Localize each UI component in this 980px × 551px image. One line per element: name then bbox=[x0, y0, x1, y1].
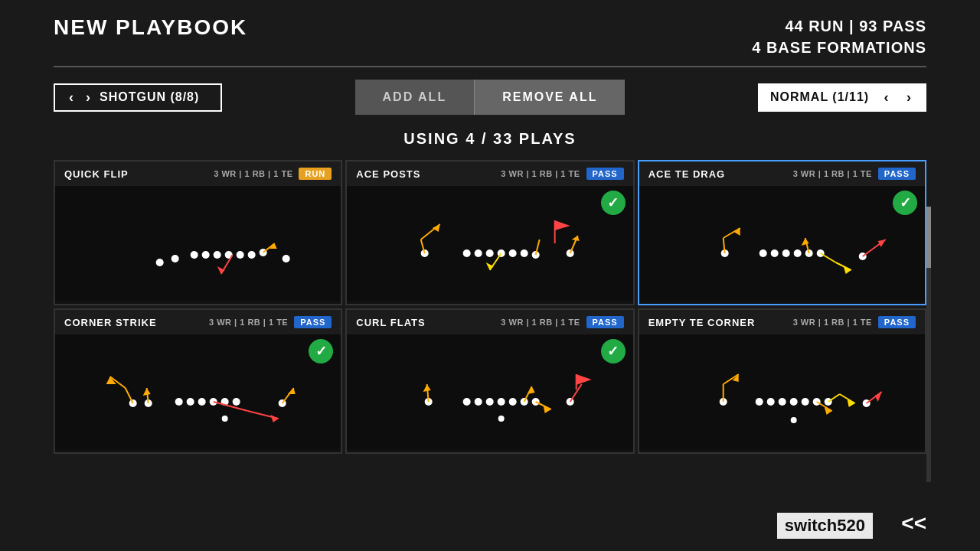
svg-point-5 bbox=[248, 251, 256, 259]
svg-point-72 bbox=[475, 398, 482, 406]
play-card-header: QUICK FLIP 3 WR | 1 RB | 1 TE RUN bbox=[55, 161, 341, 186]
play-card-header: ACE TE DRAG 3 WR | 1 RB | 1 TE PASS bbox=[639, 161, 925, 186]
back-button[interactable]: << bbox=[901, 511, 926, 536]
svg-point-93 bbox=[789, 398, 797, 406]
svg-point-36 bbox=[793, 249, 801, 257]
svg-point-7 bbox=[172, 255, 179, 262]
play-card-header: EMPTY TE CORNER 3 WR | 1 RB | 1 TE PASS bbox=[639, 310, 925, 334]
formation-left-label: SHOTGUN (8/8) bbox=[100, 90, 199, 104]
svg-point-53 bbox=[198, 398, 206, 406]
play-card-header: CORNER STRIKE 3 WR | 1 RB | 1 TE PASS bbox=[55, 310, 341, 334]
svg-point-71 bbox=[463, 398, 471, 406]
play-info: 3 WR | 1 RB | 1 TE RUN bbox=[214, 168, 332, 180]
play-formation-info: 3 WR | 1 RB | 1 TE bbox=[793, 169, 872, 178]
svg-point-73 bbox=[486, 398, 494, 406]
formation-right-label: NORMAL (1/11) bbox=[770, 90, 869, 104]
play-formation-info: 3 WR | 1 RB | 1 TE bbox=[793, 318, 872, 327]
play-formation-info: 3 WR | 1 RB | 1 TE bbox=[501, 169, 580, 178]
svg-line-103 bbox=[828, 394, 839, 402]
svg-point-94 bbox=[801, 398, 808, 406]
svg-point-51 bbox=[175, 398, 183, 406]
svg-line-48 bbox=[820, 253, 835, 262]
svg-point-8 bbox=[156, 259, 164, 266]
svg-marker-32 bbox=[486, 262, 494, 270]
play-name: ACE POSTS bbox=[356, 168, 420, 180]
formation-prev-button[interactable]: ‹ bbox=[66, 90, 77, 106]
svg-point-1 bbox=[202, 251, 210, 259]
center-buttons: ADD ALL REMOVE ALL bbox=[355, 80, 626, 115]
svg-point-70 bbox=[222, 416, 228, 422]
play-info: 3 WR | 1 RB | 1 TE PASS bbox=[501, 168, 623, 180]
svg-point-33 bbox=[759, 249, 766, 257]
play-formation-info: 3 WR | 1 RB | 1 TE bbox=[209, 318, 288, 327]
play-badge: PASS bbox=[878, 316, 916, 328]
play-diagram bbox=[55, 186, 341, 301]
play-info: 3 WR | 1 RB | 1 TE PASS bbox=[209, 316, 332, 328]
toolbar: ‹ › SHOTGUN (8/8) ADD ALL REMOVE ALL NOR… bbox=[0, 67, 980, 127]
play-card-corner-strike[interactable]: CORNER STRIKE 3 WR | 1 RB | 1 TE PASS ✓ bbox=[54, 308, 342, 454]
formation-right-prev-button[interactable]: ‹ bbox=[881, 90, 892, 106]
add-all-button[interactable]: ADD ALL bbox=[355, 80, 475, 115]
svg-point-15 bbox=[475, 249, 482, 257]
svg-point-16 bbox=[486, 249, 494, 257]
play-badge: PASS bbox=[586, 168, 624, 180]
svg-line-104 bbox=[839, 394, 854, 403]
scrollbar[interactable] bbox=[926, 207, 931, 482]
svg-point-19 bbox=[521, 249, 528, 257]
svg-marker-25 bbox=[433, 224, 440, 232]
selected-checkmark: ✓ bbox=[601, 339, 626, 364]
formation-right-next-button[interactable]: › bbox=[903, 90, 914, 106]
play-badge: PASS bbox=[586, 316, 624, 328]
play-card-ace-te-drag[interactable]: ACE TE DRAG 3 WR | 1 RB | 1 TE PASS ✓ bbox=[638, 160, 926, 305]
plays-grid: QUICK FLIP 3 WR | 1 RB | 1 TE RUN bbox=[0, 160, 980, 454]
svg-point-35 bbox=[782, 249, 789, 257]
play-card-header: ACE POSTS 3 WR | 1 RB | 1 TE PASS bbox=[347, 161, 632, 186]
svg-point-9 bbox=[283, 255, 290, 262]
play-card-ace-posts[interactable]: ACE POSTS 3 WR | 1 RB | 1 TE PASS ✓ bbox=[345, 160, 634, 305]
play-card-empty-te-corner[interactable]: EMPTY TE CORNER 3 WR | 1 RB | 1 TE PASS bbox=[638, 308, 926, 454]
play-card-curl-flats[interactable]: CURL FLATS 3 WR | 1 RB | 1 TE PASS ✓ bbox=[345, 308, 634, 454]
svg-marker-67 bbox=[271, 415, 279, 422]
svg-line-60 bbox=[126, 388, 133, 403]
svg-point-56 bbox=[233, 398, 240, 406]
svg-point-18 bbox=[509, 249, 517, 257]
formation-nav-left[interactable]: ‹ › SHOTGUN (8/8) bbox=[54, 83, 222, 112]
play-info: 3 WR | 1 RB | 1 TE PASS bbox=[501, 316, 623, 328]
svg-marker-85 bbox=[577, 374, 592, 385]
remove-all-button[interactable]: REMOVE ALL bbox=[474, 80, 625, 115]
play-name: QUICK FLIP bbox=[64, 168, 129, 180]
watermark: switch520 bbox=[777, 513, 873, 539]
selected-checkmark: ✓ bbox=[893, 191, 917, 215]
play-formation-info: 3 WR | 1 RB | 1 TE bbox=[214, 169, 292, 178]
selected-checkmark: ✓ bbox=[601, 191, 626, 215]
play-name: CORNER STRIKE bbox=[64, 317, 157, 328]
formation-nav-right[interactable]: NORMAL (1/11) ‹ › bbox=[758, 83, 926, 112]
play-badge: RUN bbox=[299, 168, 332, 180]
svg-point-4 bbox=[237, 251, 244, 259]
svg-point-91 bbox=[766, 398, 774, 406]
formation-next-button[interactable]: › bbox=[83, 90, 93, 106]
svg-point-99 bbox=[790, 417, 796, 423]
svg-point-0 bbox=[191, 251, 198, 259]
svg-point-34 bbox=[770, 249, 778, 257]
svg-marker-64 bbox=[143, 388, 151, 396]
svg-marker-47 bbox=[877, 240, 885, 247]
stats-formations: 4 BASE FORMATIONS bbox=[752, 37, 926, 58]
play-formation-info: 3 WR | 1 RB | 1 TE bbox=[501, 318, 580, 327]
scrollbar-thumb[interactable] bbox=[926, 207, 931, 268]
play-card-quick-flip[interactable]: QUICK FLIP 3 WR | 1 RB | 1 TE RUN bbox=[54, 160, 342, 305]
play-diagram: ✓ bbox=[639, 186, 925, 301]
play-diagram: ✓ bbox=[347, 334, 632, 449]
svg-marker-30 bbox=[555, 220, 570, 230]
play-name: CURL FLATS bbox=[356, 317, 425, 328]
svg-point-80 bbox=[498, 416, 505, 422]
play-badge: PASS bbox=[294, 316, 332, 328]
stats-block: 44 RUN | 93 PASS 4 BASE FORMATIONS bbox=[752, 15, 926, 58]
plays-status: USING 4 / 33 PLAYS bbox=[0, 127, 980, 160]
svg-marker-107 bbox=[874, 392, 881, 402]
svg-point-14 bbox=[463, 249, 471, 257]
svg-marker-11 bbox=[217, 266, 225, 274]
svg-marker-82 bbox=[423, 384, 431, 392]
play-badge: PASS bbox=[878, 168, 916, 180]
play-diagram: ✓ bbox=[347, 186, 632, 301]
